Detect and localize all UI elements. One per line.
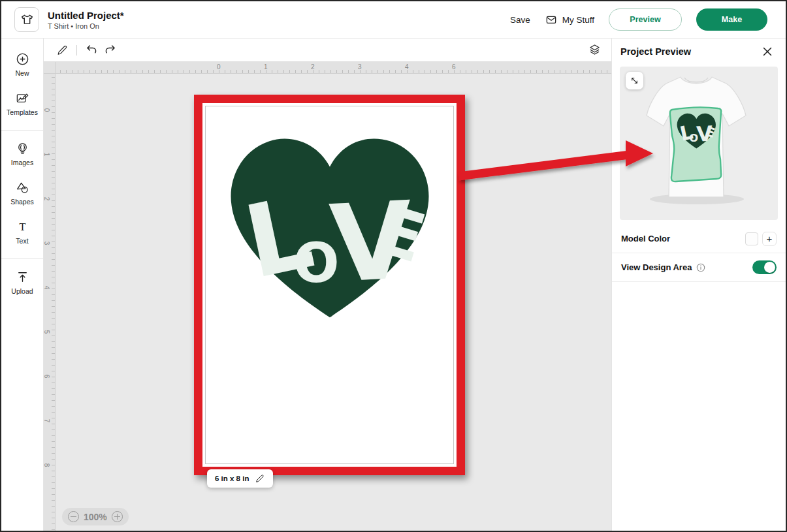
sidebar-item-label: Upload [11,287,33,295]
zoom-level: 100% [84,512,107,522]
view-design-area-row: View Design Area [612,253,786,282]
artboard-size-chip[interactable]: 6 in x 8 in [207,469,273,488]
edit-pencil-button[interactable] [53,41,71,59]
make-button[interactable]: Make [696,8,767,31]
project-preview-panel: Project Preview Model Color [611,39,786,531]
model-color-label: Model Color [621,234,670,243]
undo-icon [85,43,99,57]
upload-arrow-icon [15,270,30,285]
cricut-design-space-app: Untitled Project* T Shirt • Iron On Save… [0,0,787,532]
template-pencil-icon [15,91,30,106]
pencil-icon [56,44,69,57]
canvas-artboard[interactable] [205,106,454,464]
preview-button[interactable]: Preview [609,8,682,31]
project-title: Untitled Project* [48,10,124,21]
toolbar-divider [76,45,77,55]
model-color-row: Model Color + [612,225,786,253]
sidebar-item-label: Images [11,159,33,166]
top-bar: Untitled Project* T Shirt • Iron On Save… [1,1,786,39]
layers-icon [588,43,602,57]
view-design-area-toggle[interactable] [752,260,777,274]
plus-circle-icon [15,52,30,67]
lightbulb-icon [15,141,30,156]
project-type-button[interactable] [14,7,39,32]
model-color-swatch[interactable] [745,232,758,245]
expand-preview-button[interactable] [626,72,643,89]
triangle-circle-icon [15,180,30,195]
sidebar-item-images[interactable]: Images [1,141,43,172]
canvas-workspace: 012346 012345678 6 in x 8 in 100% [44,39,614,531]
svg-text:T: T [19,221,25,233]
panel-title: Project Preview [620,46,691,57]
tshirt-mockup [620,67,773,219]
zoom-control: 100% [62,508,129,525]
redo-button[interactable] [101,41,119,59]
panel-header: Project Preview [612,39,786,65]
sidebar-item-label: Text [16,237,28,245]
t-shirt-icon [20,12,35,27]
add-color-button[interactable]: + [762,232,777,246]
expand-icon [630,76,639,86]
close-icon[interactable] [760,44,775,59]
my-stuff-button[interactable]: My Stuff [545,13,594,26]
undo-button[interactable] [82,41,101,59]
sidebar-item-upload[interactable]: Upload [1,270,43,300]
zoom-in-button[interactable] [112,511,123,522]
vertical-ruler: 012345678 [44,74,56,531]
horizontal-ruler: 012346 [56,62,614,74]
sidebar-divider [1,258,43,259]
save-button[interactable]: Save [510,15,530,25]
project-subtitle: T Shirt • Iron On [48,22,124,30]
canvas-toolbar [44,39,614,62]
left-sidebar: New Templates Images Shapes [1,39,44,531]
letter-t-icon: T [15,219,30,234]
sidebar-item-new[interactable]: New [1,52,43,82]
pencil-icon [255,473,265,484]
love-heart-design[interactable] [222,133,438,322]
envelope-icon [545,13,558,26]
my-stuff-label: My Stuff [562,15,594,25]
sidebar-divider [1,130,43,131]
sidebar-item-label: New [15,69,29,77]
redo-icon [103,43,117,57]
zoom-out-button[interactable] [68,511,79,522]
tshirt-preview [620,67,778,220]
annotation-highlight-box [194,95,465,475]
sidebar-item-label: Shapes [10,198,34,206]
project-titles: Untitled Project* T Shirt • Iron On [48,10,124,30]
info-icon[interactable] [696,263,705,272]
sidebar-item-label: Templates [7,108,38,116]
artboard-size-label: 6 in x 8 in [215,475,249,482]
ruler-corner [44,62,56,74]
layers-button[interactable] [585,41,603,59]
view-design-area-label: View Design Area [621,262,692,272]
sidebar-item-text[interactable]: T Text [1,219,43,250]
sidebar-item-shapes[interactable]: Shapes [1,180,43,211]
sidebar-item-templates[interactable]: Templates [1,91,43,121]
